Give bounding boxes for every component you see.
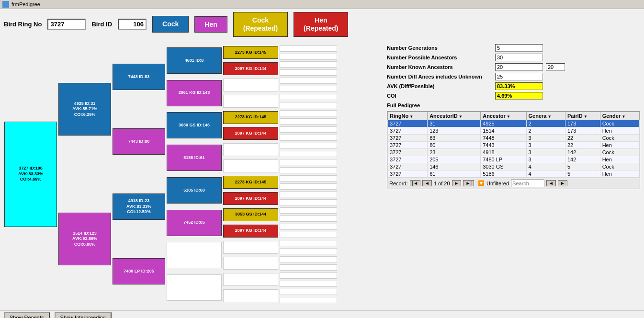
pedigree-col-2: 7448 ID:83 7443 ID:80 4918 ID:23AVK:83.3… bbox=[113, 45, 165, 304]
gen4-e2 bbox=[223, 95, 278, 108]
gen3-6-node[interactable]: 7452 ID:85 bbox=[167, 210, 222, 236]
show-repeats-btn[interactable]: Show Repeats bbox=[4, 312, 50, 318]
gen4-3-node[interactable]: 2273 KG ID:145 bbox=[223, 111, 278, 124]
gen5-e30 bbox=[280, 281, 337, 287]
known-ancestors-value[interactable] bbox=[495, 63, 543, 71]
coi-row: COI bbox=[387, 92, 640, 100]
gen3-1-node[interactable]: 4601 ID:8 bbox=[167, 47, 222, 74]
title-text: frmPedigree bbox=[11, 1, 40, 7]
table-row[interactable]: 372712315142173Hen bbox=[388, 127, 640, 134]
col-pairid[interactable]: PairID bbox=[565, 112, 600, 120]
table-row[interactable]: 37273149252173Cock bbox=[388, 120, 640, 127]
gen3-5-node[interactable]: 5185 ID:60 bbox=[167, 177, 222, 204]
gen3-7-node bbox=[167, 242, 222, 268]
gen5-e19 bbox=[280, 191, 337, 197]
gen5-e7 bbox=[280, 94, 337, 100]
gen5-e27 bbox=[280, 256, 337, 262]
col-ancestorid[interactable]: AncestorID bbox=[428, 112, 481, 120]
gen1-bot-node[interactable]: 1514 ID:123AVK:92.86%COI:0.00% bbox=[58, 213, 111, 265]
gen4-e1 bbox=[223, 79, 278, 91]
table-row[interactable]: 3727807443322Hen bbox=[388, 141, 640, 148]
gen4-2-node[interactable]: 2097 KG ID:144 bbox=[223, 62, 278, 75]
search-input[interactable] bbox=[511, 180, 544, 187]
gen4-e6 bbox=[223, 257, 278, 270]
record-page: 1 of 20 bbox=[434, 181, 450, 186]
gen2-3-node[interactable]: 4918 ID:23AVK:83.33%COI:12.50% bbox=[113, 193, 165, 220]
filter-label: Unfiltered bbox=[486, 181, 509, 186]
gen5-e4 bbox=[280, 69, 337, 76]
gen5-e23 bbox=[280, 224, 337, 230]
gen4-e3 bbox=[223, 143, 278, 156]
possible-ancestors-value[interactable] bbox=[495, 54, 543, 61]
coi-label: COI bbox=[387, 93, 492, 99]
cock-legend-btn[interactable]: Cock bbox=[152, 16, 189, 33]
possible-ancestors-row: Number Possible Ancestors bbox=[387, 54, 640, 61]
table-row[interactable]: 37271463030 GS45Cock bbox=[388, 163, 640, 170]
bird-ring-input[interactable] bbox=[47, 19, 86, 30]
gen4-4-node[interactable]: 2097 KG ID:144 bbox=[223, 127, 278, 140]
bird-id-input[interactable] bbox=[118, 19, 147, 30]
gen5-e24 bbox=[280, 232, 337, 238]
gen4-6-node[interactable]: 2097 KG ID:144 bbox=[223, 192, 278, 205]
show-interbreeding-btn[interactable]: Show Interbreeding bbox=[55, 312, 112, 318]
generations-value[interactable] bbox=[495, 44, 543, 52]
scroll-left[interactable]: ◄ bbox=[546, 180, 556, 186]
app-icon bbox=[2, 1, 9, 8]
table-row[interactable]: 37272349183142Cock bbox=[388, 148, 640, 156]
nav-next[interactable]: ► bbox=[452, 180, 462, 186]
gen5-e25 bbox=[280, 240, 337, 246]
nav-prev[interactable]: ◄ bbox=[422, 180, 432, 186]
nav-last[interactable]: ►| bbox=[463, 180, 474, 186]
nav-first[interactable]: |◄ bbox=[410, 180, 421, 186]
hen-legend-btn[interactable]: Hen bbox=[194, 16, 227, 33]
scroll-right[interactable]: ► bbox=[558, 180, 567, 186]
title-bar: frmPedigree bbox=[0, 0, 644, 9]
gen4-7-node[interactable]: 3053 GS ID:144 bbox=[223, 208, 278, 221]
pedigree-col-3: 4601 ID:8 2061 KG ID:143 3030 GS ID:146 … bbox=[167, 45, 222, 304]
col-gender[interactable]: Gender bbox=[600, 112, 639, 120]
known-ancestors-row: Number Known Ancestors bbox=[387, 63, 640, 71]
gen2-4-node[interactable]: 7480 LP ID:205 bbox=[113, 258, 165, 284]
gen5-e22 bbox=[280, 216, 337, 222]
record-label: Record: bbox=[389, 181, 408, 186]
avk-value[interactable] bbox=[495, 82, 543, 90]
gen5-e1 bbox=[280, 45, 337, 52]
pedigree-col-5 bbox=[280, 45, 337, 304]
table-row[interactable]: 372761518645Hen bbox=[388, 170, 640, 177]
gen2-1-node[interactable]: 7448 ID:83 bbox=[113, 64, 165, 90]
gen4-8-node[interactable]: 2097 KG ID:144 bbox=[223, 225, 278, 238]
gen4-1-node[interactable]: 2273 KG ID:145 bbox=[223, 46, 278, 59]
main-content: 3727 ID:106AVK:83.33%COI:4.69% 4925 ID:3… bbox=[0, 40, 644, 310]
table-row[interactable]: 37272057480 LP3142Hen bbox=[388, 156, 640, 163]
gen5-e10 bbox=[280, 118, 337, 125]
known-ancestors-value2[interactable] bbox=[546, 63, 565, 71]
gen1-top-node[interactable]: 4925 ID:31AVK:85.71%COI:6.25% bbox=[58, 83, 111, 136]
gen0-node[interactable]: 3727 ID:106AVK:83.33%COI:4.69% bbox=[4, 122, 57, 227]
gen5-e16 bbox=[280, 167, 337, 173]
pedigree-col-4: 2273 KG ID:145 2097 KG ID:144 2273 KG ID… bbox=[223, 45, 278, 304]
top-bar: Bird Ring No Bird ID Cock Hen Cock(Repea… bbox=[0, 9, 644, 40]
gen4-5-node[interactable]: 2273 KG ID:145 bbox=[223, 176, 278, 189]
col-ringno[interactable]: RingNo bbox=[388, 112, 428, 120]
gen5-e2 bbox=[280, 54, 337, 60]
gen3-2-node[interactable]: 2061 KG ID:143 bbox=[167, 80, 222, 106]
gen5-e18 bbox=[280, 183, 337, 190]
gen2-2-node[interactable]: 7443 ID:80 bbox=[113, 128, 165, 155]
gen5-e31 bbox=[280, 289, 337, 295]
gen5-e6 bbox=[280, 86, 337, 92]
coi-value[interactable] bbox=[495, 92, 543, 100]
cock-repeated-btn[interactable]: Cock(Repeated) bbox=[233, 12, 288, 37]
gen5-e8 bbox=[280, 102, 337, 108]
col-genera[interactable]: Genera bbox=[526, 112, 565, 120]
gen4-e8 bbox=[223, 289, 278, 302]
diff-ancestors-row: Number Diff Ances includes Unknown bbox=[387, 73, 640, 80]
bottom-bar: Show Repeats Show Interbreeding bbox=[0, 310, 644, 318]
gen5-e21 bbox=[280, 207, 337, 214]
gen3-3-node[interactable]: 3030 GS ID:146 bbox=[167, 112, 222, 138]
col-ancestor[interactable]: Ancestor bbox=[481, 112, 526, 120]
hen-repeated-btn[interactable]: Hen(Repeated) bbox=[294, 12, 348, 37]
gen3-4-node[interactable]: 5186 ID:61 bbox=[167, 145, 222, 171]
diff-ancestors-value[interactable] bbox=[495, 73, 543, 80]
table-row[interactable]: 3727837448322Cock bbox=[388, 134, 640, 141]
bird-id-label: Bird ID bbox=[91, 21, 112, 28]
